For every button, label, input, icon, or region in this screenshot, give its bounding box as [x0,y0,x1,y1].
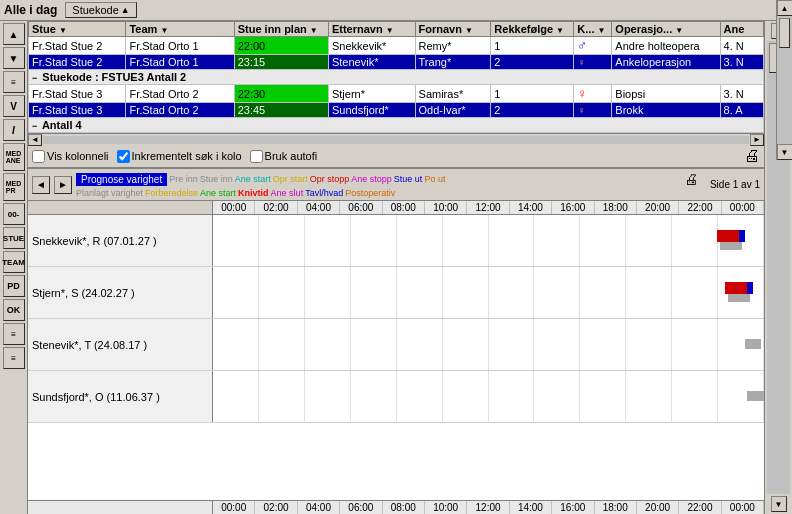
bruk-autofi-checkbox[interactable] [250,150,263,163]
scroll-right-btn[interactable]: ► [750,134,764,146]
cell-fornavn: Samiras* [415,85,491,103]
top-bar: Alle i dag Stuekode ▲ ▲ ▼ [0,0,792,21]
col-operasjon[interactable]: Operasjo... ▼ [612,22,720,37]
timeline-grid-4 [213,371,764,422]
tavlhvad-label: Tavl/hvad [305,188,343,198]
opr-start-label: Opr start [273,174,308,184]
cell-team: Fr.Stad Orto 2 [126,85,234,103]
scroll-left-btn[interactable]: ◄ [28,134,42,146]
expand-icon: − [32,73,37,83]
sidebar-pd-btn[interactable]: PD [3,275,25,297]
scroll-thumb[interactable] [779,18,790,48]
group3-header: Antall 4 [42,119,82,131]
table-row[interactable]: Fr.Stad Stue 2 Fr.Stad Orto 1 23:15 Sten… [29,55,764,70]
rekke-sort-arrow: ▼ [556,26,564,35]
right-scroll-down[interactable]: ▼ [771,496,787,512]
inkrement-label[interactable]: Inkrementelt søk i kolo [117,150,242,163]
patient-2-bar2 [728,294,750,302]
cell-fornavn: Remy* [415,37,491,55]
cell-kjonn: ♀ [574,55,612,70]
page-info: Side 1 av 1 [710,179,760,190]
vis-kolonneli-label[interactable]: Vis kolonneli [32,150,109,163]
cell-rekke: 2 [491,103,574,118]
sidebar-00-btn[interactable]: 00- [3,203,25,225]
nav-prev-btn[interactable]: ◄ [32,176,50,194]
cell-op: Biopsi [612,85,720,103]
stuekode-arrow: ▲ [121,5,130,15]
patient-2-name: Stjern*, S (24.02.27 ) [32,287,135,299]
timeline-bar-area-2 [213,267,764,318]
timeline-row-4: Sundsfjord*, O (11.06.37 ) [28,371,764,423]
cell-team: Fr.Stad Orto 1 [126,55,234,70]
bar-red-1 [717,230,739,242]
nav-next-btn[interactable]: ► [54,176,72,194]
sidebar-v-btn[interactable]: V [3,95,25,117]
cell-etternavn: Stjern* [328,85,415,103]
knivtid-label: Knivtid [238,188,269,198]
bruk-autofi-label[interactable]: Bruk autofi [250,150,318,163]
scroll-up[interactable]: ▲ [777,0,793,16]
footer-time-04: 04:00 [298,501,340,514]
sidebar-list1-btn[interactable]: ≡ [3,323,25,345]
window-title: Alle i dag [4,3,57,17]
opr-stopp-label: Opr stopp [310,174,350,184]
timeline-row-1: Snekkevik*, R (07.01.27 ) [28,215,764,267]
vis-kolonneli-checkbox[interactable] [32,150,45,163]
timeline-row-3: Stenevik*, T (24.08.17 ) [28,319,764,371]
sidebar-med-pr-btn[interactable]: MEDPR [3,173,25,201]
sidebar-up-btn[interactable]: ▲ [3,23,25,45]
col-stue-inn[interactable]: Stue inn plan ▼ [234,22,328,37]
col-rekke[interactable]: Rekkefølge ▼ [491,22,574,37]
time-16: 16:00 [552,201,594,214]
v-scrollbar[interactable]: ▲ ▼ [776,0,792,160]
scroll-down[interactable]: ▼ [777,144,793,160]
main-content: Stue ▼ Team ▼ Stue inn plan ▼ Etternavn … [28,21,764,514]
stuekode-label: Stuekode [72,4,118,16]
team-sort-arrow: ▼ [160,26,168,35]
timeline-grid-1 [213,215,764,266]
sidebar-list2-btn[interactable]: ≡ [3,347,25,369]
col-kjonn[interactable]: K... ▼ [574,22,612,37]
pre-inn-label: Pre inn [169,174,198,184]
timeline-bar-area-3 [213,319,764,370]
time-02: 02:00 [255,201,297,214]
table-row[interactable]: Fr.Stad Stue 2 Fr.Stad Orto 1 22:00 Snek… [29,37,764,55]
print-icon[interactable]: 🖨 [744,147,760,165]
sidebar-stue-btn[interactable]: STUE [3,227,25,249]
stuekode-dropdown[interactable]: Stuekode ▲ [65,2,136,18]
print-timeline-icon[interactable]: 🖨 [684,171,698,187]
group-header-label: − Stuekode : FSTUE3 Antall 2 [29,70,764,85]
sidebar-team-btn[interactable]: TEAM [3,251,25,273]
table-row[interactable]: Fr.Stad Stue 3 Fr.Stad Orto 2 23:45 Sund… [29,103,764,118]
inkrement-checkbox[interactable] [117,150,130,163]
kjonn-sort-arrow: ▼ [598,26,606,35]
footer-time-02: 02:00 [255,501,297,514]
col-ane[interactable]: Ane [720,22,763,37]
h-scrollbar[interactable]: ◄ ► [28,133,764,145]
time-12: 12:00 [467,201,509,214]
col-fornavn[interactable]: Fornavn ▼ [415,22,491,37]
scroll-track [777,16,792,144]
sidebar-i-btn[interactable]: I [3,119,25,141]
table-header-row: Stue ▼ Team ▼ Stue inn plan ▼ Etternavn … [29,22,764,37]
time-14: 14:00 [510,201,552,214]
table-row[interactable]: Fr.Stad Stue 3 Fr.Stad Orto 2 22:30 Stje… [29,85,764,103]
footer-time-18: 18:00 [595,501,637,514]
timeline-bar-area-1 [213,215,764,266]
col-etternavn[interactable]: Etternavn ▼ [328,22,415,37]
timeline-times-header: 00:00 02:00 04:00 06:00 08:00 10:00 12:0… [213,201,764,214]
sidebar-med-ane-btn[interactable]: MEDANE [3,143,25,171]
col-stue[interactable]: Stue ▼ [29,22,126,37]
planlagt-label: Planlagt varighet [76,188,143,198]
ane-stopp-label: Ane stopp [351,174,392,184]
sidebar-down-btn[interactable]: ▼ [3,47,25,69]
main-container: Alle i dag Stuekode ▲ ▲ ▼ ▲ ▼ ≡ V I MEDA… [0,0,792,514]
timeline-body: Snekkevik*, R (07.01.27 ) [28,215,764,500]
timeline-bar-area-4 [213,371,764,422]
col-team[interactable]: Team ▼ [126,22,234,37]
sidebar-menu-btn[interactable]: ≡ [3,71,25,93]
h-scroll-track [43,136,749,144]
patient-1-bar [717,230,745,242]
footer-time-14: 14:00 [510,501,552,514]
sidebar-ok-btn[interactable]: OK [3,299,25,321]
